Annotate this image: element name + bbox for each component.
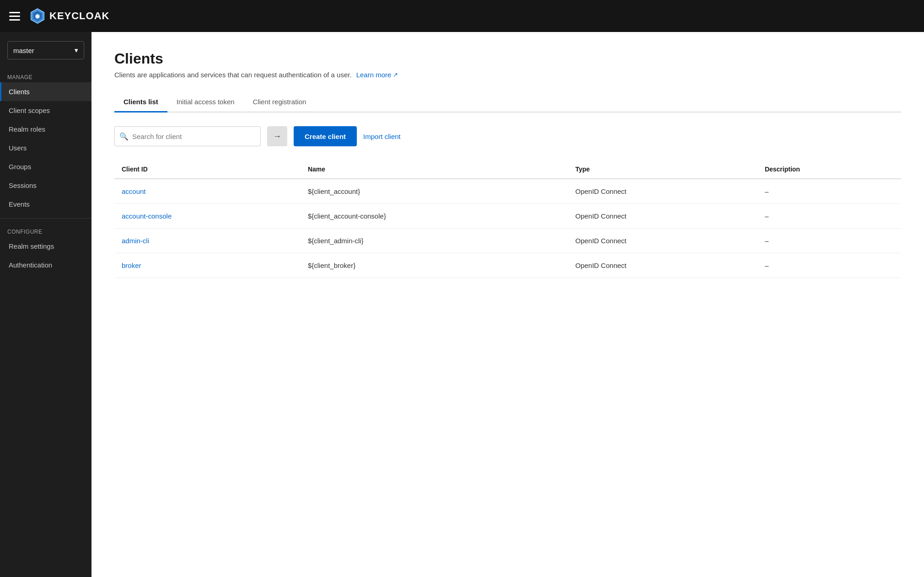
cell-type: OpenID Connect (568, 179, 757, 204)
realm-selector[interactable]: master ▾ (7, 41, 84, 59)
learn-more-link[interactable]: Learn more ↗ (356, 71, 398, 79)
col-name: Name (301, 160, 568, 179)
sidebar-item-groups[interactable]: Groups (0, 157, 91, 176)
sidebar-item-sessions[interactable]: Sessions (0, 176, 91, 195)
cell-name: ${client_admin-cli} (301, 229, 568, 253)
content-area: Clients Clients are applications and ser… (91, 32, 924, 577)
import-client-link[interactable]: Import client (363, 133, 401, 140)
topbar: KEYCLOAK (0, 0, 924, 32)
tabs-container: Clients list Initial access token Client… (114, 92, 901, 112)
realm-dropdown-arrow: ▾ (75, 46, 78, 54)
search-input[interactable] (132, 133, 256, 140)
cell-description: – (757, 253, 901, 278)
actions-row: 🔍 → Create client Import client (114, 126, 901, 146)
sidebar-divider (0, 218, 91, 219)
cell-type: OpenID Connect (568, 204, 757, 229)
logo-text: KEYCLOAK (49, 10, 109, 22)
cell-description: – (757, 179, 901, 204)
sidebar-item-authentication[interactable]: Authentication (0, 256, 91, 274)
client-id-link[interactable]: admin-cli (122, 237, 149, 245)
cell-client-id: admin-cli (114, 229, 301, 253)
search-icon: 🔍 (119, 132, 129, 141)
cell-client-id: account-console (114, 204, 301, 229)
col-type: Type (568, 160, 757, 179)
table-row: admin-cli ${client_admin-cli} OpenID Con… (114, 229, 901, 253)
cell-description: – (757, 229, 901, 253)
cell-name: ${client_account} (301, 179, 568, 204)
main-layout: master ▾ Manage Clients Client scopes Re… (0, 32, 924, 577)
table-row: account-console ${client_account-console… (114, 204, 901, 229)
realm-label: master (13, 47, 34, 54)
create-client-button[interactable]: Create client (294, 126, 357, 146)
cell-name: ${client_account-console} (301, 204, 568, 229)
cell-client-id: account (114, 179, 301, 204)
sidebar: master ▾ Manage Clients Client scopes Re… (0, 32, 91, 577)
tab-clients-list[interactable]: Clients list (114, 92, 167, 112)
sidebar-item-realm-roles[interactable]: Realm roles (0, 120, 91, 139)
clients-table: Client ID Name Type Description account … (114, 160, 901, 278)
sidebar-item-clients[interactable]: Clients (0, 82, 91, 101)
sidebar-item-realm-settings[interactable]: Realm settings (0, 237, 91, 256)
external-link-icon: ↗ (393, 71, 398, 78)
sidebar-section-configure: Configure (0, 223, 91, 237)
tab-client-registration[interactable]: Client registration (244, 92, 316, 112)
client-id-link[interactable]: account (122, 187, 146, 195)
sidebar-item-users[interactable]: Users (0, 139, 91, 157)
sidebar-item-events[interactable]: Events (0, 195, 91, 214)
search-submit-button[interactable]: → (267, 126, 287, 146)
col-client-id: Client ID (114, 160, 301, 179)
search-container: 🔍 (114, 126, 261, 146)
sidebar-section-manage: Manage (0, 69, 91, 82)
cell-name: ${client_broker} (301, 253, 568, 278)
keycloak-logo-icon (29, 8, 46, 24)
sidebar-item-client-scopes[interactable]: Client scopes (0, 101, 91, 120)
client-id-link[interactable]: account-console (122, 212, 172, 220)
svg-point-3 (36, 14, 40, 18)
cell-client-id: broker (114, 253, 301, 278)
cell-type: OpenID Connect (568, 229, 757, 253)
cell-type: OpenID Connect (568, 253, 757, 278)
page-subtitle: Clients are applications and services th… (114, 71, 901, 79)
page-title: Clients (114, 50, 901, 67)
table-row: account ${client_account} OpenID Connect… (114, 179, 901, 204)
menu-toggle[interactable] (9, 12, 20, 21)
col-description: Description (757, 160, 901, 179)
tab-initial-access-token[interactable]: Initial access token (167, 92, 244, 112)
table-header-row: Client ID Name Type Description (114, 160, 901, 179)
table-row: broker ${client_broker} OpenID Connect – (114, 253, 901, 278)
client-id-link[interactable]: broker (122, 262, 141, 269)
logo: KEYCLOAK (29, 8, 109, 24)
cell-description: – (757, 204, 901, 229)
